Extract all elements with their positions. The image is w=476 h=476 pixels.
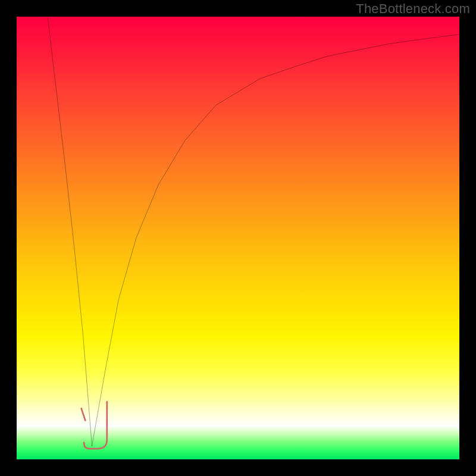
watermark-text: TheBottleneck.com [356, 1, 470, 17]
optimal-marker-layer [17, 17, 459, 459]
chart-canvas: TheBottleneck.com [0, 0, 476, 476]
optimal-marker-tick [82, 408, 86, 420]
optimal-marker-j [84, 402, 107, 449]
plot-area [17, 17, 459, 459]
